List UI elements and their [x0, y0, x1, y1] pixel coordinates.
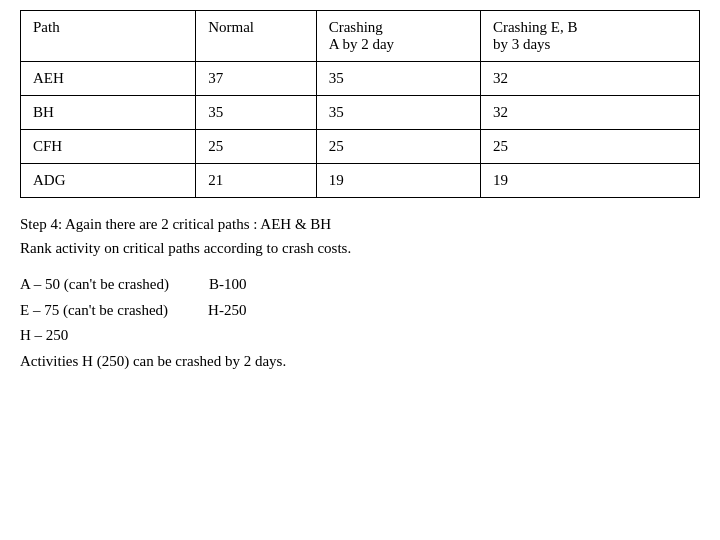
table-row: AEH 37 35 32 [21, 62, 700, 96]
cell-normal-cfh: 25 [196, 130, 316, 164]
table-row: CFH 25 25 25 [21, 130, 700, 164]
header-crash2: CrashingA by 2 day [316, 11, 480, 62]
table-header-row: Path Normal CrashingA by 2 day Crashing … [21, 11, 700, 62]
detail-a-cost: A – 50 (can't be crashed) [20, 272, 169, 298]
cell-crash2-bh: 35 [316, 96, 480, 130]
table-row: ADG 21 19 19 [21, 164, 700, 198]
detail-h-value: H – 250 [20, 323, 700, 349]
header-path: Path [21, 11, 196, 62]
cell-path-cfh: CFH [21, 130, 196, 164]
cell-crash3-cfh: 25 [480, 130, 699, 164]
detail-h-cost: H-250 [208, 298, 246, 324]
details-section: A – 50 (can't be crashed) B-100 E – 75 (… [20, 272, 700, 374]
step-line2: Rank activity on critical paths accordin… [20, 236, 700, 260]
step-description: Step 4: Again there are 2 critical paths… [20, 212, 700, 260]
cell-crash3-bh: 32 [480, 96, 699, 130]
detail-conclusion: Activities H (250) can be crashed by 2 d… [20, 349, 700, 375]
cell-normal-adg: 21 [196, 164, 316, 198]
cell-crash2-aeh: 35 [316, 62, 480, 96]
cell-crash3-aeh: 32 [480, 62, 699, 96]
header-normal: Normal [196, 11, 316, 62]
detail-e-cost: E – 75 (can't be crashed) [20, 298, 168, 324]
detail-b-cost: B-100 [209, 272, 247, 298]
details-row-2: E – 75 (can't be crashed) H-250 [20, 298, 700, 324]
paths-table: Path Normal CrashingA by 2 day Crashing … [20, 10, 700, 198]
cell-path-bh: BH [21, 96, 196, 130]
cell-normal-aeh: 37 [196, 62, 316, 96]
cell-normal-bh: 35 [196, 96, 316, 130]
step-line1: Step 4: Again there are 2 critical paths… [20, 212, 700, 236]
main-table-container: Path Normal CrashingA by 2 day Crashing … [20, 10, 700, 198]
cell-crash3-adg: 19 [480, 164, 699, 198]
cell-crash2-adg: 19 [316, 164, 480, 198]
cell-path-aeh: AEH [21, 62, 196, 96]
cell-crash2-cfh: 25 [316, 130, 480, 164]
details-row-1: A – 50 (can't be crashed) B-100 [20, 272, 700, 298]
table-row: BH 35 35 32 [21, 96, 700, 130]
cell-path-adg: ADG [21, 164, 196, 198]
header-crash3: Crashing E, Bby 3 days [480, 11, 699, 62]
